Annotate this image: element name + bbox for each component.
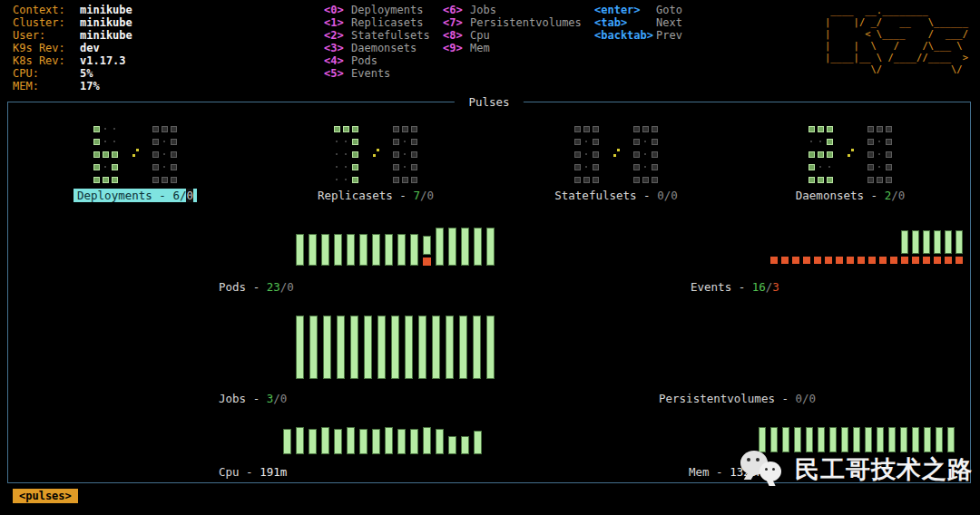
- bar: [418, 316, 426, 379]
- label-text: Deployments -: [77, 189, 172, 202]
- watermark: 民工哥技术之路: [740, 451, 973, 489]
- bar: [923, 230, 930, 264]
- bar: [446, 316, 454, 379]
- pods-bar-chart[interactable]: [296, 228, 495, 266]
- bar: [924, 427, 931, 452]
- bar: [296, 427, 304, 454]
- menu-item-jobs[interactable]: <6>Jobs: [443, 4, 582, 16]
- jobs-bar-chart[interactable]: [296, 316, 495, 379]
- bar: [323, 316, 331, 379]
- bar: [405, 316, 413, 379]
- bar: [806, 427, 813, 452]
- events-bar-chart[interactable]: [770, 229, 963, 264]
- hotkey: <enter>: [594, 4, 656, 16]
- label-text: /: [802, 392, 809, 405]
- bar: [865, 427, 872, 452]
- bar: [385, 427, 393, 454]
- label-text: 16: [752, 280, 766, 294]
- bar: [814, 257, 821, 264]
- menu-item-daemonsets[interactable]: <3>Daemonsets: [324, 42, 430, 54]
- hotkey: <2>: [324, 29, 351, 42]
- pulse-label-pods[interactable]: Pods - 23/0: [219, 280, 294, 294]
- menu-item-statefulsets[interactable]: <2>Statefulsets: [324, 29, 430, 42]
- bar: [956, 230, 963, 264]
- bar: [947, 427, 955, 452]
- label-text: Persistentvolumes -: [659, 392, 796, 405]
- menu-item-mem[interactable]: <9>Mem: [443, 42, 582, 54]
- bar: [858, 257, 865, 264]
- info-k8s-rev: K8s Rev:v1.17.3: [13, 54, 132, 67]
- hotkey: <7>: [443, 16, 470, 29]
- bar: [432, 316, 440, 379]
- label-text: Daemonsets -: [796, 189, 885, 202]
- info-user: User:minikube: [13, 29, 132, 42]
- pulses-panel: Pulses Deployments - 6/0 Replicasets - 7…: [7, 102, 971, 483]
- bar: [397, 429, 406, 454]
- bar: [486, 228, 495, 266]
- menu-label: Daemonsets: [351, 42, 416, 54]
- bar: [770, 427, 778, 452]
- info-mem: MEM:17%: [13, 80, 132, 92]
- menu-label: Jobs: [470, 4, 496, 16]
- pulse-tile-deployments[interactable]: Deployments - 6/0: [72, 126, 199, 202]
- menu-item-cpu[interactable]: <8>Cpu: [443, 29, 582, 42]
- bar: [321, 427, 329, 454]
- pulse-label-jobs[interactable]: Jobs - 3/0: [219, 392, 287, 405]
- digit-separator: [611, 126, 622, 183]
- menu-item-deployments[interactable]: <0>Deployments: [324, 4, 430, 16]
- pulse-tile-statefulsets[interactable]: Statefulsets - 0/0: [549, 126, 683, 202]
- bar: [309, 234, 317, 266]
- bar: [459, 316, 467, 379]
- pulse-label-daemonsets[interactable]: Daemonsets - 2/0: [796, 189, 905, 202]
- hotkey: <backtab>: [594, 29, 656, 42]
- bar: [410, 429, 418, 454]
- digit-separator: [845, 126, 856, 183]
- pulse-label-persistentvolumes[interactable]: Persistentvolumes - 0/0: [659, 392, 816, 405]
- info-label: Cluster:: [13, 16, 80, 29]
- pulse-label-replicasets[interactable]: Replicasets - 7/0: [318, 189, 434, 202]
- info-value: minikube: [80, 16, 132, 29]
- bar: [794, 427, 801, 452]
- pulse-label-cpu[interactable]: Cpu - 191m: [219, 465, 287, 479]
- info-value: v1.17.3: [80, 54, 126, 67]
- menu-column-navigation: <enter>Goto <tab>Next <backtab>Prev: [594, 4, 682, 42]
- info-label: K8s Rev:: [13, 54, 80, 67]
- bar: [912, 230, 919, 264]
- menu-label: Deployments: [351, 4, 423, 16]
- pulse-label-deployments[interactable]: Deployments - 6/0: [74, 189, 197, 202]
- menu-item-pods[interactable]: <4>Pods: [324, 54, 430, 67]
- menu-label: Goto: [656, 4, 682, 16]
- menu-item-prev[interactable]: <backtab>Prev: [594, 29, 682, 42]
- menu-item-persistentvolumes[interactable]: <7>Persistentvolumes: [443, 16, 582, 29]
- bar: [877, 427, 884, 452]
- block-digit: [808, 126, 833, 183]
- breadcrumb-pulses[interactable]: <pulses>: [13, 489, 78, 503]
- bar: [359, 234, 368, 266]
- bar: [486, 316, 495, 379]
- pulse-label-events[interactable]: Events - 16/3: [691, 280, 779, 294]
- statefulsets-counter: [574, 126, 658, 183]
- mem-bar-chart[interactable]: [759, 427, 955, 452]
- label-text: 0: [796, 392, 803, 405]
- menu-column-resources-1: <0>Deployments <1>Replicasets <2>Statefu…: [324, 4, 430, 80]
- bar: [359, 429, 368, 454]
- menu-label: Events: [351, 67, 390, 80]
- pulse-label-statefulsets[interactable]: Statefulsets - 0/0: [554, 189, 677, 202]
- bar: [334, 429, 342, 454]
- bar: [423, 236, 431, 266]
- bar: [888, 427, 896, 452]
- pulses-body: Deployments - 6/0 Replicasets - 7/0 Stat…: [8, 102, 970, 482]
- menu-item-replicasets[interactable]: <1>Replicasets: [324, 16, 430, 29]
- menu-item-events[interactable]: <5>Events: [324, 67, 430, 80]
- block-digit: [393, 126, 417, 183]
- bar: [436, 228, 444, 266]
- pulse-tile-replicasets[interactable]: Replicasets - 7/0: [312, 126, 439, 202]
- cpu-bar-chart[interactable]: [283, 427, 482, 454]
- bar: [296, 234, 304, 266]
- daemonsets-counter: [808, 126, 892, 183]
- label-text: 0: [671, 189, 678, 202]
- menu-item-goto[interactable]: <enter>Goto: [594, 4, 682, 16]
- pulse-tile-daemonsets[interactable]: Daemonsets - 2/0: [790, 126, 910, 202]
- menu-item-next[interactable]: <tab>Next: [594, 16, 682, 29]
- info-label: CPU:: [13, 67, 80, 80]
